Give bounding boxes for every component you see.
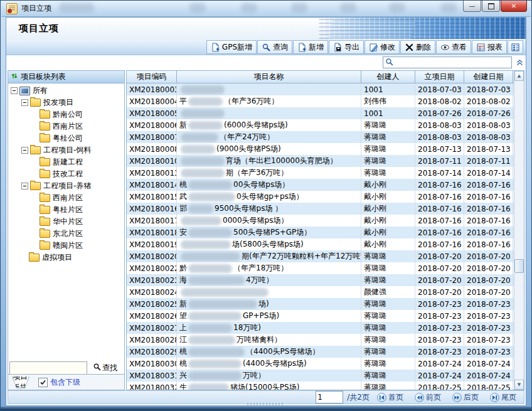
vertical-scrollbar[interactable]: ▲ ▼ xyxy=(514,71,524,390)
tab-project-section[interactable]: 项目板块 xyxy=(12,376,29,388)
table-row[interactable]: XM2018000310012018-07-032018-07-03 xyxy=(127,83,514,95)
table-row[interactable]: XM20180008(9000头母猪PS场)蒋璐璐2018-07-132018-… xyxy=(127,143,514,155)
table-row[interactable]: XM20180032生猪场(15000头PS场)蒋璐璐2018-07-25201… xyxy=(127,382,514,390)
tree-item[interactable]: 黔南公司 xyxy=(8,109,124,120)
table-row[interactable]: XM20180024颜健强2018-07-202018-07-20 xyxy=(127,286,514,298)
gps-add-button[interactable]: GPS新增 xyxy=(206,40,257,54)
delete-button[interactable]: 删除 xyxy=(400,40,435,54)
column-header-name[interactable]: 项目名称 xyxy=(177,71,361,83)
tree-item[interactable]: 华中片区 xyxy=(8,216,124,228)
column-header-code[interactable]: 项目编码 xyxy=(127,71,177,83)
tree-item[interactable]: 西南片区 xyxy=(8,120,124,132)
table-row[interactable]: XM20180013期（年产36万吨）蒋璐璐2018-07-142018-07-… xyxy=(127,167,514,179)
project-code-cell: XM20180020 xyxy=(127,250,177,262)
table-row[interactable]: XM20180019场(5800头母猪ps场)戴小刚2018-07-162018… xyxy=(127,238,514,250)
project-name-prefix: 新 xyxy=(179,299,187,309)
column-header-creator[interactable]: 创建人 xyxy=(361,71,415,83)
column-header-create-date[interactable]: 创建日期 xyxy=(464,71,513,83)
refresh-icon[interactable] xyxy=(11,72,18,82)
tree-item[interactable]: 粤桂片区 xyxy=(8,204,124,216)
redacted-name-blur xyxy=(188,193,235,201)
table-row[interactable]: XM20180015武0头母猪gp+ps场）戴小刚2018-07-162018-… xyxy=(127,191,514,203)
project-name-prefix: 上 xyxy=(179,323,187,333)
tree-item[interactable]: 所有 xyxy=(8,85,124,97)
next-page-button[interactable]: 后页 xyxy=(449,392,482,403)
table-row[interactable]: XM20180010育场（年出栏100000头育肥场）蒋璐璐2018-07-11… xyxy=(127,155,514,167)
table-row[interactable]: XM201800170000头母猪ps场）戴小刚2018-07-162018-0… xyxy=(127,215,514,227)
scroll-up-arrow[interactable]: ▲ xyxy=(514,71,524,81)
table-row[interactable]: XM20180007（年产24万吨）蒋璐璐2018-08-032018-08-0… xyxy=(127,131,514,143)
start-date-cell: 2018-08-03 xyxy=(415,131,464,143)
first-page-button[interactable]: 首页 xyxy=(373,392,407,403)
project-name-prefix: 桃 xyxy=(179,346,187,357)
tree-item[interactable]: 西南片区 xyxy=(8,192,124,204)
table-row[interactable]: XM20180025新场)蒋璐璐2018-07-232018-07-23 xyxy=(127,298,514,310)
table-row[interactable]: XM20180028江万吨猪禽料）蒋璐璐2018-07-232018-07-23 xyxy=(127,334,514,346)
table-row[interactable]: XM20180014桃00头母猪ps场）戴小刚2018-07-162018-07… xyxy=(127,179,514,191)
tree-item[interactable]: 赣闽片区 xyxy=(8,240,124,252)
resize-grip[interactable] xyxy=(247,403,285,405)
page-number-input[interactable] xyxy=(316,391,343,403)
tree-find-input[interactable] xyxy=(9,361,87,375)
tree-item[interactable]: 新建工程 xyxy=(8,156,124,168)
table-row[interactable]: XM20180030桃(4400头母猪ps场)蒋璐璐2018-07-242018… xyxy=(127,358,514,370)
tree-item-label: 工程项目-饲料 xyxy=(43,145,91,156)
view-button[interactable]: 查看 xyxy=(436,40,471,54)
project-code-cell: XM20180029 xyxy=(127,346,177,358)
project-name-cell: 育场（年出栏100000头育肥场） xyxy=(177,155,361,167)
collapse-chevron-icon[interactable] xyxy=(516,58,524,68)
doc-add-icon xyxy=(211,43,220,52)
start-date-cell: 2018-07-23 xyxy=(415,334,464,346)
table-row[interactable]: XM2018000510012018-07-262018-07-26 xyxy=(127,107,514,119)
table-row[interactable]: XM20180027上18万吨)蒋璐璐2018-07-232018-07-23 xyxy=(127,322,514,334)
create-date-cell: 2018-07-20 xyxy=(464,274,513,286)
start-date-cell: 2018-07-23 xyxy=(415,322,464,334)
tree-item[interactable]: 粤桂公司 xyxy=(8,132,124,144)
scroll-down-arrow[interactable]: ▼ xyxy=(514,380,524,390)
include-children-checkbox[interactable] xyxy=(38,378,48,387)
creator-cell: 戴小刚 xyxy=(361,227,415,238)
table-row[interactable]: XM20180026望GP+PS场)蒋璐璐2018-07-232018-07-2… xyxy=(127,310,514,322)
table-row[interactable]: XM20180018安500头母猪PS+GP场）戴小刚2018-07-16201… xyxy=(127,227,514,238)
project-name-cell: 上18万吨) xyxy=(177,322,361,334)
tree-item[interactable]: 东北片区 xyxy=(8,228,124,240)
maximize-button[interactable] xyxy=(482,1,500,12)
title-bar[interactable]: 项目立项 — ✕ xyxy=(1,1,531,17)
table-row[interactable]: XM20180023海4万吨）蒋璐璐2018-07-202018-07-20 xyxy=(127,274,514,286)
export-button[interactable]: 导出 xyxy=(329,40,364,54)
tree-item[interactable]: 技改工程 xyxy=(8,168,124,180)
table-row[interactable]: XM20180020期(年产72万吨颗粒料+年产12万吨预混料)蒋璐璐2018-… xyxy=(127,250,514,262)
prev-page-button[interactable]: 前页 xyxy=(411,392,445,403)
tree-expander-minus-icon[interactable] xyxy=(21,99,28,106)
table-row[interactable]: XM20180022黔（年产18万吨）蒋璐璐2018-07-202018-07-… xyxy=(127,262,514,274)
last-page-button[interactable]: 尾页 xyxy=(486,392,520,403)
project-code-cell: XM20180007 xyxy=(127,131,177,143)
add-button[interactable]: 新增 xyxy=(293,40,328,54)
tree-item[interactable]: 工程项目-饲料 xyxy=(8,144,124,156)
close-button[interactable]: ✕ xyxy=(501,1,527,12)
more-tools-button[interactable] xyxy=(508,40,523,54)
redacted-name-blur xyxy=(181,109,225,118)
tree-expander-minus-icon[interactable] xyxy=(21,147,28,154)
edit-button[interactable]: 修改 xyxy=(364,40,400,54)
report-button[interactable]: 报表 xyxy=(472,40,507,54)
tree-expander-minus-icon[interactable] xyxy=(11,87,18,94)
column-header-start-date[interactable]: 立项日期 xyxy=(415,71,464,83)
project-name-suffix: 00头母猪ps场） xyxy=(233,179,289,190)
minimize-button[interactable]: — xyxy=(463,1,481,12)
header-banner: 项目立项 xyxy=(6,18,526,39)
table-row[interactable]: XM20180029桃（4400头PS母猪场）蒋璐璐2018-07-232018… xyxy=(127,346,514,358)
tree-item-label: 虚拟项目 xyxy=(42,252,72,263)
table-row[interactable]: XM20180031兴万吨）蒋璐璐2018-07-242018-07-24 xyxy=(127,370,514,382)
query-button[interactable]: 查询 xyxy=(257,40,292,54)
tree-expander-minus-icon[interactable] xyxy=(21,183,28,189)
quick-search-input[interactable] xyxy=(395,57,511,68)
table-row[interactable]: XM20180016邯9500头母猪ps场 ）戴小刚2018-07-162018… xyxy=(127,203,514,215)
tree-item[interactable]: 投发项目 xyxy=(8,97,124,109)
tree-item[interactable]: 工程项目-养猪 xyxy=(8,180,124,192)
tree-item[interactable]: 虚拟项目 xyxy=(8,252,124,264)
table-row[interactable]: XM20180004平（年产36万吨）刘伟伟2018-08-022018-08-… xyxy=(127,95,514,107)
table-row[interactable]: XM20180006新(6000头母猪ps场)蒋璐璐2018-08-032018… xyxy=(127,119,514,131)
find-button[interactable]: 查找 xyxy=(89,362,121,374)
scrollbar-thumb[interactable] xyxy=(514,259,524,273)
